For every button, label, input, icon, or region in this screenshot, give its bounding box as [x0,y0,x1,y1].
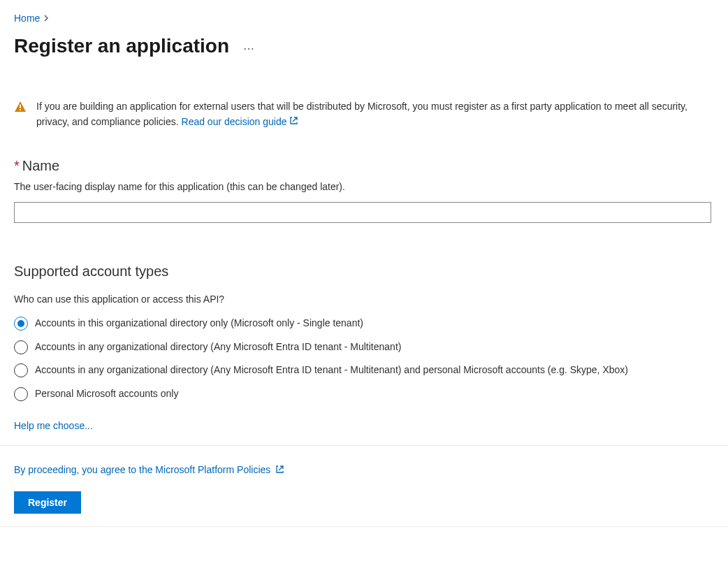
radio-icon [14,363,28,377]
name-field-section: *Name The user-facing display name for t… [14,158,714,223]
external-link-icon [289,115,298,130]
radio-label: Accounts in any organizational directory… [35,363,628,378]
register-button[interactable]: Register [14,491,81,514]
radio-icon [14,340,28,354]
account-types-heading: Supported account types [14,263,714,280]
breadcrumb-home-link[interactable]: Home [14,13,40,24]
warning-icon [14,101,27,113]
radio-option-single-tenant[interactable]: Accounts in this organizational director… [14,316,714,331]
radio-option-multitenant-personal[interactable]: Accounts in any organizational directory… [14,363,714,378]
radio-icon [14,317,28,331]
info-banner: If you are building an application for e… [14,99,714,130]
svg-rect-1 [20,109,21,110]
account-types-radio-group: Accounts in this organizational director… [14,316,714,402]
radio-label: Personal Microsoft accounts only [35,386,178,402]
name-field-description: The user-facing display name for this ap… [14,181,714,192]
more-actions-button[interactable]: ⋯ [243,38,256,55]
radio-option-personal-only[interactable]: Personal Microsoft accounts only [14,386,714,402]
external-link-icon [275,465,284,476]
radio-option-multitenant[interactable]: Accounts in any organizational directory… [14,340,714,355]
account-types-subheading: Who can use this application or access t… [14,294,714,305]
help-me-choose-link[interactable]: Help me choose... [14,420,93,431]
chevron-right-icon [44,13,50,24]
page-header: Register an application ⋯ [14,35,714,57]
name-input[interactable] [14,202,711,223]
footer-section: By proceeding, you agree to the Microsof… [14,446,714,526]
platform-policies-link[interactable]: By proceeding, you agree to the Microsof… [14,464,284,475]
radio-icon [14,387,28,401]
page-title: Register an application [14,35,229,57]
breadcrumb: Home [14,13,714,24]
divider [0,526,728,527]
info-banner-text: If you are building an application for e… [36,99,714,130]
radio-label: Accounts in this organizational director… [35,316,363,331]
decision-guide-link[interactable]: Read our decision guide [182,116,298,127]
radio-label: Accounts in any organizational directory… [35,340,401,355]
required-indicator: * [14,158,20,173]
info-banner-message: If you are building an application for e… [36,101,687,127]
svg-rect-0 [20,105,21,109]
name-field-label: *Name [14,158,714,174]
